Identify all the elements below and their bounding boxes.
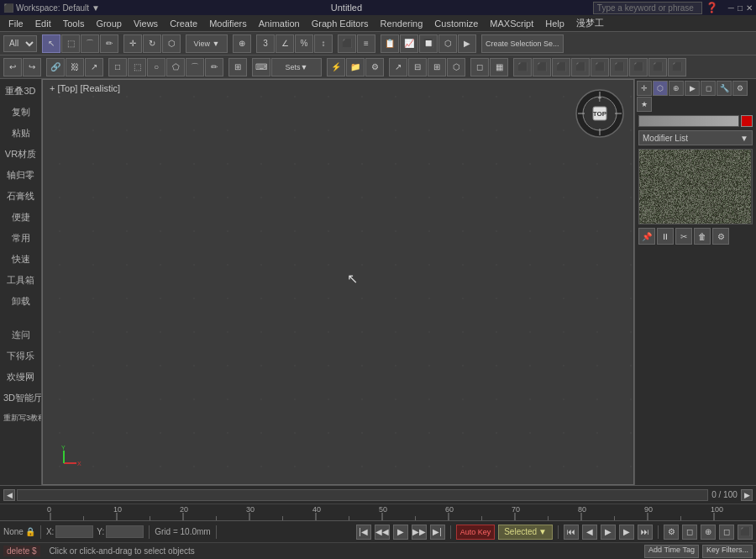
- transport-btn2[interactable]: ◀: [582, 525, 597, 540]
- graph-editors-button[interactable]: 📈: [400, 34, 418, 53]
- extra-btn4[interactable]: ⬛: [571, 58, 590, 76]
- named-selection-sets[interactable]: Sets▼: [271, 58, 322, 76]
- sidebar-item-tutorial[interactable]: 重新写3教程: [0, 409, 41, 428]
- extra-btn6[interactable]: ⬛: [610, 58, 628, 76]
- selection-filter-dropdown[interactable]: All: [3, 35, 37, 52]
- status-y-input[interactable]: [106, 525, 144, 538]
- menu-modifiers[interactable]: Modifiers: [204, 17, 252, 30]
- angle-snap-button[interactable]: ∠: [276, 34, 294, 53]
- circle-select-button[interactable]: ○: [147, 58, 165, 76]
- color-gradient-bar[interactable]: [638, 115, 739, 127]
- extra-status-btn5[interactable]: ⬛: [738, 525, 753, 540]
- paint-select2-button[interactable]: ✏: [205, 58, 223, 76]
- timeline-track[interactable]: [17, 489, 708, 501]
- sidebar-item-unload[interactable]: 卸载: [0, 291, 41, 312]
- maximize-button[interactable]: □: [738, 3, 743, 13]
- bind-space-warp-button[interactable]: ↗: [85, 58, 103, 76]
- transport-btn3[interactable]: ▶: [601, 525, 616, 540]
- schematic-view-button[interactable]: ⊞: [428, 58, 446, 76]
- sidebar-item-xiadeле[interactable]: 下得乐: [0, 345, 41, 367]
- dope-sheet-button[interactable]: ⊟: [408, 58, 427, 76]
- timeline-next-button[interactable]: ▶: [741, 489, 753, 501]
- transport-btn5[interactable]: ⏭: [638, 525, 653, 540]
- show-end-result-button[interactable]: ⏸: [657, 228, 674, 245]
- extra-status-btn4[interactable]: ◻: [719, 525, 734, 540]
- goto-end-button[interactable]: ▶|: [430, 525, 445, 540]
- selected-dropdown[interactable]: Selected ▼: [498, 525, 553, 540]
- viewport-compass[interactable]: T TOP: [575, 88, 625, 139]
- link-button[interactable]: 🔗: [46, 58, 65, 76]
- render-button[interactable]: ▶: [458, 34, 476, 53]
- make-unique-button[interactable]: ✂: [675, 228, 692, 245]
- status-lock-icon[interactable]: 🔒: [25, 527, 35, 536]
- sidebar-item-paste[interactable]: 粘贴: [0, 123, 41, 144]
- undo-button[interactable]: ↩: [3, 58, 22, 76]
- lasso-select2-button[interactable]: ⌒: [186, 58, 204, 76]
- rp-tab-modify[interactable]: ⬡: [653, 81, 668, 96]
- pin-icon-button[interactable]: 📌: [638, 228, 655, 245]
- unlink-button[interactable]: ⛓: [66, 58, 84, 76]
- batch-render-button[interactable]: ▦: [490, 58, 508, 76]
- dropdown-arrow[interactable]: ▼: [92, 3, 100, 13]
- fence-select-button[interactable]: ⬠: [166, 58, 185, 76]
- extra-status-btn2[interactable]: ◻: [682, 525, 697, 540]
- sidebar-item-huanmanwang[interactable]: 欢缦网: [0, 367, 41, 388]
- next-frame-button[interactable]: ▶▶: [412, 525, 427, 540]
- extra-btn9[interactable]: ⬛: [668, 58, 686, 76]
- configure-modifier-sets-button[interactable]: ⚙: [712, 228, 729, 245]
- prev-frame-button[interactable]: ◀◀: [375, 525, 390, 540]
- render-to-texture-button[interactable]: ◻: [470, 58, 489, 76]
- modifier-list-dropdown[interactable]: Modifier List ▼: [638, 130, 753, 145]
- help-icon[interactable]: ❓: [706, 2, 718, 13]
- color-swatch[interactable]: [741, 115, 753, 127]
- properties-button[interactable]: ⚙: [365, 58, 384, 76]
- material-editor-button[interactable]: 🔲: [419, 34, 438, 53]
- rp-tab-hierarchy[interactable]: ⊕: [669, 81, 684, 96]
- extra-btn3[interactable]: ⬛: [552, 58, 570, 76]
- menu-rendering[interactable]: Rendering: [375, 17, 428, 30]
- menu-animation[interactable]: Animation: [254, 17, 305, 30]
- close-button[interactable]: ✕: [746, 3, 753, 13]
- material-editor2-button[interactable]: ⬡: [447, 58, 465, 76]
- mirror-button[interactable]: ⬛: [338, 34, 356, 53]
- viewport[interactable]: + [Top] [Realistic] ↖ T TOP: [42, 79, 634, 485]
- sidebar-item-fast[interactable]: 快速: [0, 249, 41, 270]
- remove-modifier-button[interactable]: 🗑: [694, 228, 711, 245]
- extra-btn8[interactable]: ⬛: [648, 58, 667, 76]
- pivot-button[interactable]: ⊕: [233, 34, 251, 53]
- keyboard-shortcut-override[interactable]: ⌨: [252, 58, 270, 76]
- menu-maxscript[interactable]: MAXScript: [485, 17, 538, 30]
- menu-help[interactable]: Help: [540, 17, 570, 30]
- paint-select-button[interactable]: ✏: [100, 34, 118, 53]
- search-input[interactable]: [593, 2, 702, 14]
- reference-coord-dropdown[interactable]: View ▼: [186, 34, 228, 53]
- add-time-tag-button[interactable]: Add Time Tag: [644, 545, 699, 558]
- extra-btn2[interactable]: ⬛: [533, 58, 551, 76]
- render-setup-button[interactable]: ⬡: [438, 34, 457, 53]
- sidebar-item-3d-smart[interactable]: 3D智能厅: [0, 388, 41, 409]
- select-tool-button[interactable]: ↖: [42, 34, 60, 53]
- extra-btn5[interactable]: ⬛: [591, 58, 609, 76]
- scale-button[interactable]: ⬡: [162, 34, 181, 53]
- sidebar-item-vr-material[interactable]: VR材质: [0, 144, 41, 165]
- scene-xplorer-toggle[interactable]: 📁: [346, 58, 365, 76]
- rp-tab-motion[interactable]: ▶: [685, 81, 700, 96]
- sidebar-item-common[interactable]: 常用: [0, 228, 41, 249]
- extra-status-btn3[interactable]: ⊕: [701, 525, 716, 540]
- menu-edit[interactable]: Edit: [30, 17, 56, 30]
- rotate-button[interactable]: ↻: [143, 34, 161, 53]
- rect-select-button[interactable]: ⬚: [128, 58, 146, 76]
- menu-views[interactable]: Views: [129, 17, 163, 30]
- menu-file[interactable]: File: [3, 17, 29, 30]
- crossing-button[interactable]: ⊞: [228, 58, 247, 76]
- snap-toggle-button[interactable]: 3: [256, 34, 275, 53]
- status-x-input[interactable]: [55, 525, 93, 538]
- menu-tools[interactable]: Tools: [58, 17, 90, 30]
- frame-ruler[interactable]: [0, 504, 756, 520]
- menu-customize[interactable]: Customize: [429, 17, 483, 30]
- extra-btn1[interactable]: ⬛: [513, 58, 532, 76]
- menu-graph-editors[interactable]: Graph Editors: [307, 17, 374, 30]
- sidebar-item-quick[interactable]: 便捷: [0, 207, 41, 228]
- region-select-button[interactable]: ⬚: [61, 34, 80, 53]
- menu-group[interactable]: Group: [91, 17, 127, 30]
